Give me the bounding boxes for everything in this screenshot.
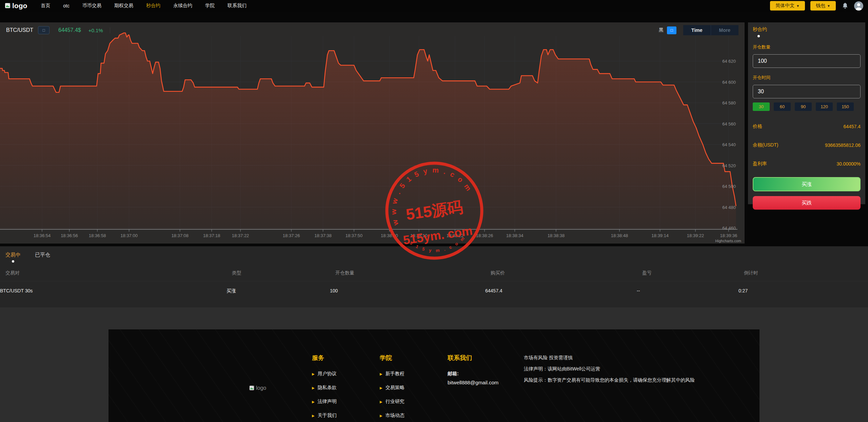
footer-link[interactable]: ▶用户协议 <box>312 371 363 377</box>
price-change: +0.1% <box>88 27 110 33</box>
footer-link-label: 法律声明 <box>318 399 337 405</box>
sidebar-title-indicator-dot <box>757 35 760 37</box>
nav-item-3[interactable]: 币币交易 <box>82 3 101 9</box>
positions-table-body: BTC/USDT 30s买涨10064457.4--0:27 <box>0 282 868 300</box>
notification-bell-icon[interactable] <box>841 2 849 9</box>
y-tick-label: 64 560 <box>722 121 736 127</box>
column-header: 购买价 <box>491 270 642 276</box>
positions-table-header: 交易对类型开仓数量购买价盈亏倒计时 <box>0 270 868 281</box>
nav-item-8[interactable]: 联系我们 <box>228 3 246 9</box>
footer-link[interactable]: ▶关于我们 <box>312 413 363 419</box>
footer-column-1: 服务▶用户协议▶隐私条款▶法律声明▶关于我们 <box>312 354 363 422</box>
balance-row: 余额(USDT) 93663585812.06 <box>753 142 861 148</box>
footer-link[interactable]: ▶隐私条款 <box>312 385 363 391</box>
email-label: 邮箱: <box>448 371 510 377</box>
balance-row-value: 93663585812.06 <box>825 142 861 148</box>
language-button[interactable]: 简体中文 ▼ <box>770 1 805 11</box>
pair-select-button[interactable]: □ <box>38 26 50 34</box>
chevron-down-icon: ▼ <box>796 4 800 8</box>
quantity-label: 开仓数量 <box>753 44 861 50</box>
footer-link[interactable]: ▶新手教程 <box>380 371 431 377</box>
footer-link[interactable]: ▶交易策略 <box>380 385 431 391</box>
broken-image-icon <box>249 385 255 391</box>
x-tick-label: 18:38:00 <box>381 233 398 238</box>
buy-down-button[interactable]: 买跌 <box>753 196 861 210</box>
arrow-right-icon: ▶ <box>380 400 382 404</box>
x-tick-label: 18:37:08 <box>171 233 189 238</box>
footer-link[interactable]: ▶行业研究 <box>380 399 431 405</box>
chart-controls: 黑 □ Time More <box>659 25 738 35</box>
footer-link-label: 隐私条款 <box>318 385 337 391</box>
x-tick-label: 18:38:48 <box>611 233 628 238</box>
tab-label: 已平仓 <box>35 252 50 257</box>
tab-label: 交易中 <box>5 252 21 257</box>
contact-title: 联系我们 <box>448 354 510 362</box>
y-tick-label: 64 500 <box>722 184 736 189</box>
user-avatar[interactable] <box>854 1 863 11</box>
y-tick-label: 64 480 <box>722 205 736 210</box>
price-row-label: 价格 <box>753 123 762 130</box>
footer-column-title: 服务 <box>312 354 363 362</box>
y-tick-label: 64 580 <box>722 100 736 106</box>
disclaimer-line: 风险提示：数字资产交易有可能导致您的本金损失，请确保您充分理解其中的风险 <box>524 376 734 384</box>
current-price: 64457.4$ <box>58 27 81 33</box>
table-row: BTC/USDT 30s买涨10064457.4--0:27 <box>0 282 868 300</box>
topnav-right: 简体中文 ▼ 钱包 ▼ <box>770 1 863 11</box>
theme-light-toggle[interactable]: □ <box>667 26 676 34</box>
quantity-input[interactable] <box>753 54 861 68</box>
time-option-60[interactable]: 60 <box>774 102 791 111</box>
footer: logo 服务▶用户协议▶隐私条款▶法律声明▶关于我们学院▶新手教程▶交易策略▶… <box>108 329 760 422</box>
time-chart-button[interactable]: Time <box>683 25 710 35</box>
arrow-right-icon: ▶ <box>380 372 382 376</box>
nav-item-1[interactable]: 首页 <box>41 3 50 9</box>
footer-contact: 联系我们 邮箱: bitwell888@gmail.com <box>448 354 510 422</box>
footer-logo: logo <box>249 354 312 422</box>
footer-link-label: 市场动态 <box>386 413 405 419</box>
buy-up-button[interactable]: 买涨 <box>753 177 861 191</box>
x-tick-label: 18:37:38 <box>314 233 332 238</box>
y-tick-label: 64 460 <box>722 226 736 231</box>
footer-link-label: 交易策略 <box>386 385 405 391</box>
wallet-button[interactable]: 钱包 ▼ <box>810 1 836 11</box>
nav-item-6[interactable]: 永续合约 <box>173 3 192 9</box>
column-header: 盈亏 <box>642 270 744 276</box>
x-tick-label: 18:38:38 <box>548 233 565 238</box>
wallet-label: 钱包 <box>816 3 825 9</box>
footer-link-label: 行业研究 <box>386 399 405 405</box>
arrow-right-icon: ▶ <box>380 386 382 390</box>
x-tick-label: 18:37:00 <box>120 233 138 238</box>
footer-link-columns: 服务▶用户协议▶隐私条款▶法律声明▶关于我们学院▶新手教程▶交易策略▶行业研究▶… <box>312 354 448 422</box>
footer-link[interactable]: ▶法律声明 <box>312 399 363 405</box>
time-option-30[interactable]: 30 <box>753 102 770 111</box>
x-tick-label: 18:36:58 <box>89 233 106 238</box>
profit-rate-label: 盈利率 <box>753 161 767 167</box>
nav-item-4[interactable]: 期权交易 <box>114 3 133 9</box>
top-navigation: logo 首页otc币币交易期权交易秒合约永续合约学院联系我们 简体中文 ▼ 钱… <box>0 0 868 12</box>
email-value[interactable]: bitwell888@gmail.com <box>448 380 510 385</box>
footer-link-label: 新手教程 <box>386 371 405 377</box>
nav-item-2[interactable]: otc <box>63 3 70 8</box>
more-chart-button[interactable]: More <box>711 25 738 35</box>
footer-link[interactable]: ▶市场动态 <box>380 413 431 419</box>
logo-text: logo <box>12 2 27 10</box>
profit-rate-row: 盈利率 30.00000% <box>753 161 861 167</box>
table-cell: BTC/USDT 30s <box>0 288 226 294</box>
nav-item-5[interactable]: 秒合约 <box>146 3 160 9</box>
time-option-120[interactable]: 120 <box>816 102 833 111</box>
tab-open[interactable]: 交易中 <box>5 252 21 263</box>
open-time-input[interactable] <box>753 85 861 98</box>
site-logo[interactable]: logo <box>5 2 27 10</box>
time-option-90[interactable]: 90 <box>795 102 812 111</box>
page-bottom: logo 服务▶用户协议▶隐私条款▶法律声明▶关于我们学院▶新手教程▶交易策略▶… <box>0 329 868 422</box>
footer-column-2: 学院▶新手教程▶交易策略▶行业研究▶市场动态 <box>380 354 431 422</box>
balance-row-label: 余额(USDT) <box>753 142 778 148</box>
y-tick-label: 64 600 <box>722 80 736 85</box>
x-tick-label: 18:37:18 <box>203 233 220 238</box>
theme-dark-toggle[interactable]: 黑 <box>659 27 664 33</box>
column-header: 类型 <box>232 270 335 276</box>
column-header: 倒计时 <box>744 270 868 276</box>
tab-closed[interactable]: 已平仓 <box>35 252 50 263</box>
nav-item-7[interactable]: 学院 <box>205 3 215 9</box>
footer-link-label: 关于我们 <box>318 413 337 419</box>
time-option-150[interactable]: 150 <box>837 102 854 111</box>
